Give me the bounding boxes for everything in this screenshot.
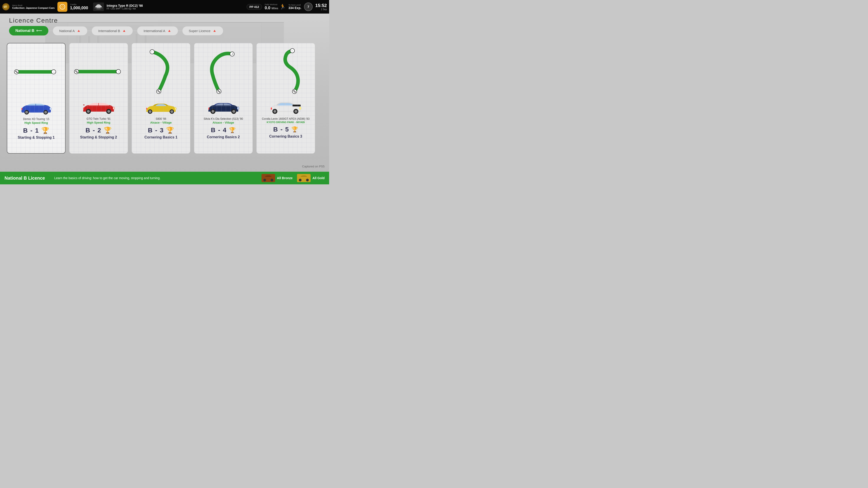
- svg-rect-57: [218, 90, 219, 92]
- credits-label: Credits: [70, 3, 90, 6]
- card-track-b4: ↗: [197, 47, 250, 96]
- workout-label: Daily Workout: [265, 3, 278, 6]
- car-name: Integra Type R (DC2) '98: [107, 4, 244, 7]
- tab-connector-4: [178, 31, 182, 31]
- svg-rect-20: [16, 71, 17, 72]
- next-level-info: To Next Level 334 Exp.: [288, 4, 301, 10]
- bottom-reward-bronze: All Bronze: [261, 174, 292, 182]
- credits-value: 1,000,000: [70, 6, 90, 10]
- tab-connector-1: [49, 31, 53, 31]
- svg-rect-46: [158, 90, 159, 92]
- svg-text:↑: ↑: [151, 51, 153, 53]
- tab-national-a-label: National A: [59, 29, 74, 33]
- card-track-b1: ←: [10, 47, 62, 97]
- menu-book-info: Menu Book Collection: Japanese Compact C…: [12, 4, 55, 9]
- car-info: Integra Type R (DC2) '98 FF / 201 BHP / …: [107, 4, 244, 10]
- tab-super-licence-label: Super Licence: [189, 29, 211, 33]
- gt-logo: GT: [2, 3, 9, 10]
- svg-rect-70: [294, 92, 296, 93]
- bottom-reward-gold: All Gold: [297, 174, 324, 182]
- bottom-description: Learn the basics of driving: how to get …: [54, 176, 257, 180]
- cone-icon-1: 🔺: [76, 29, 81, 33]
- current-date: 2 Sep: [321, 8, 327, 11]
- card-track-b2: ←: [72, 47, 125, 96]
- card-b2[interactable]: ← GTO Twin Turbo: [69, 43, 128, 154]
- bottom-bar: National B Licence Learn the basics of d…: [0, 172, 329, 184]
- svg-point-84: [306, 179, 309, 182]
- level-exp: 334 Exp.: [288, 6, 301, 10]
- menu-label: Menu Book: [12, 4, 55, 6]
- tab-international-a[interactable]: International A 🔺: [137, 26, 178, 35]
- current-time: 15:52: [315, 3, 327, 8]
- card-b3[interactable]: ↑ S800 '66: [131, 43, 190, 154]
- svg-point-5: [100, 7, 102, 9]
- svg-rect-33: [75, 70, 76, 72]
- tab-super-licence[interactable]: Super Licence 🔺: [182, 26, 223, 35]
- cards-container: ←: [7, 43, 327, 154]
- selected-car-icon: [93, 2, 104, 11]
- svg-rect-21: [17, 72, 18, 73]
- svg-point-83: [299, 179, 302, 182]
- level-label: To Next Level: [288, 4, 301, 6]
- tab-connector-3: [133, 31, 137, 31]
- tab-international-b-label: International B: [98, 29, 120, 33]
- svg-text:↗: ↗: [231, 53, 234, 56]
- captured-label: Captured on PS5: [302, 165, 324, 168]
- menu-sub: Collection: Japanese Compact Cars: [12, 6, 55, 9]
- cone-icon-3: 🔺: [167, 29, 172, 33]
- gold-label: All Gold: [312, 176, 324, 180]
- cone-icon-4: 🔺: [212, 29, 217, 33]
- reward-car-bronze-icon: [261, 174, 275, 182]
- bottom-licence-name: National B Licence: [4, 175, 50, 181]
- svg-point-4: [95, 7, 97, 9]
- credits-info: Credits 1,000,000: [70, 3, 90, 10]
- svg-rect-47: [159, 92, 160, 93]
- tab-national-b[interactable]: National B ⟵: [9, 26, 49, 35]
- page-title: Licence Centre: [9, 17, 58, 24]
- runner-icon: 🏃: [280, 4, 286, 10]
- card-track-b3: ↑: [134, 47, 187, 96]
- cone-icon-2: 🔺: [122, 29, 126, 33]
- menu-icon-box[interactable]: [57, 2, 67, 12]
- reward-car-gold-icon: [297, 174, 311, 182]
- svg-text:↑: ↑: [291, 49, 293, 52]
- svg-point-2: [61, 6, 63, 8]
- tab-national-b-label: National B: [16, 29, 34, 33]
- tab-connector-2: [87, 31, 92, 31]
- level-circle: 7: [304, 2, 313, 11]
- svg-point-82: [271, 179, 273, 182]
- top-bar: GT Menu Book Collection: Japanese Compac…: [0, 0, 329, 13]
- tab-international-b[interactable]: International B 🔺: [92, 26, 133, 35]
- daily-workout: Daily Workout 0.0 Miles 🏃: [265, 3, 286, 10]
- bronze-label: All Bronze: [277, 176, 292, 180]
- car-spec: FF / 201 BHP / 1,080 kg / NA: [107, 7, 244, 10]
- pp-badge: PP 412: [247, 4, 262, 10]
- svg-rect-34: [76, 72, 78, 73]
- svg-rect-58: [219, 92, 220, 93]
- card-b1[interactable]: ←: [7, 43, 66, 154]
- card-b5[interactable]: ↑: [256, 43, 315, 154]
- workout-miles: 0.0 Miles: [265, 6, 278, 10]
- licence-tabs: National B ⟵ National A 🔺 International …: [9, 26, 320, 35]
- card-b4[interactable]: ↗ Silvia K's Dia Selection: [194, 43, 253, 154]
- tab-international-a-label: International A: [144, 29, 165, 33]
- svg-rect-69: [293, 90, 294, 92]
- svg-text:←: ←: [118, 70, 121, 73]
- main-content: Licence Centre National B ⟵ National A 🔺…: [0, 13, 329, 184]
- tab-national-a[interactable]: National A 🔺: [53, 26, 87, 35]
- svg-point-81: [264, 179, 266, 182]
- tab-arrow-icon: ⟵: [36, 28, 42, 33]
- svg-text:←: ←: [53, 70, 56, 73]
- svg-text:GT: GT: [4, 6, 7, 8]
- clock: 15:52 2 Sep: [315, 3, 327, 11]
- card-track-b5: ↑: [259, 47, 312, 96]
